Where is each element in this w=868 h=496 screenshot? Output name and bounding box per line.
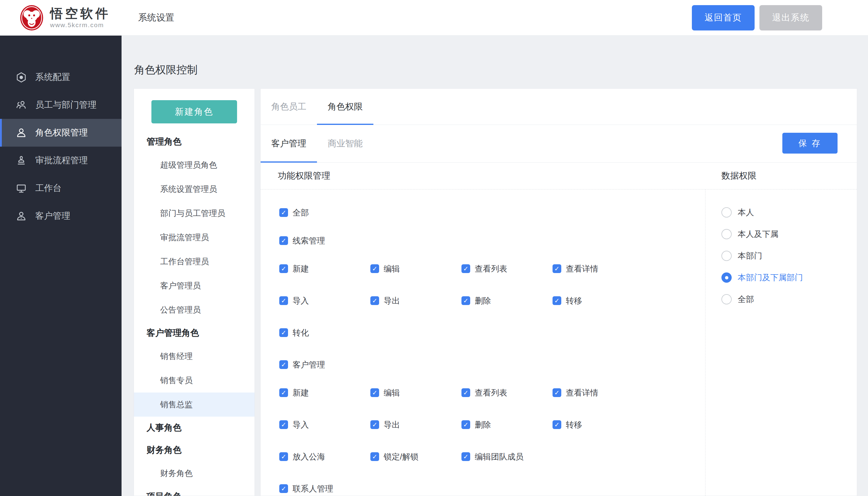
role-item[interactable]: 工作台管理员 <box>134 249 255 274</box>
checkbox-label: 删除 <box>475 419 491 430</box>
permission-cell: ✓锁定/解锁 <box>370 451 461 462</box>
sidebar-item-客户管理[interactable]: 客户管理 <box>0 202 122 230</box>
role-item[interactable]: 销售专员 <box>134 368 255 392</box>
checkbox-checked[interactable]: ✓ <box>279 388 288 397</box>
permission-cell: ✓查看列表 <box>461 263 553 274</box>
checkbox-checked[interactable]: ✓ <box>553 388 561 397</box>
role-item[interactable]: 公告管理员 <box>134 298 255 322</box>
role-item[interactable]: 超级管理员角色 <box>134 153 255 177</box>
permission-row: ✓新建✓编辑✓查看列表✓查看详情 <box>279 378 705 407</box>
checkbox-checked[interactable]: ✓ <box>461 264 470 273</box>
sidebar-item-角色权限管理[interactable]: 角色权限管理 <box>0 119 122 146</box>
checkbox-label: 新建 <box>293 387 309 398</box>
app-root: 悟空软件 www.5kcrm.com 系统设置 返回首页 退出系统 系统配置员工… <box>0 0 868 496</box>
radio-unselected[interactable] <box>722 229 732 239</box>
back-home-button[interactable]: 返回首页 <box>692 5 755 30</box>
checkbox-label: 导入 <box>293 419 309 430</box>
checkbox-checked[interactable]: ✓ <box>553 420 561 429</box>
permission-cell: ✓导入 <box>279 419 370 430</box>
sidebar-item-员工与部门管理[interactable]: 员工与部门管理 <box>0 91 122 119</box>
checkbox-checked[interactable]: ✓ <box>279 484 288 493</box>
permission-section-headers: 功能权限管理 数据权限 <box>261 162 857 189</box>
checkbox-checked[interactable]: ✓ <box>553 264 561 273</box>
checkbox-label: 导出 <box>384 419 400 430</box>
radio-label: 本部门及下属部门 <box>738 272 803 283</box>
checkbox-checked[interactable]: ✓ <box>279 236 288 245</box>
radio-selected[interactable] <box>722 273 732 283</box>
permission-cell: ✓导出 <box>370 419 461 430</box>
role-item-selected[interactable]: 销售总监 <box>134 392 255 417</box>
checkbox-label: 查看列表 <box>475 387 507 398</box>
permission-cell: ✓编辑团队成员 <box>461 451 553 462</box>
role-group-title: 人事角色 <box>134 417 255 439</box>
permission-cell: ✓查看详情 <box>553 263 644 274</box>
save-button[interactable]: 保 存 <box>782 133 838 154</box>
sidebar-item-label: 系统配置 <box>35 71 70 83</box>
customer-icon <box>16 211 27 222</box>
data-permission-option: 本人及下属 <box>722 223 857 245</box>
role-item[interactable]: 系统设置管理员 <box>134 177 255 201</box>
header-actions: 返回首页 退出系统 <box>692 5 822 30</box>
new-role-button[interactable]: 新建角色 <box>152 100 237 123</box>
data-permission-option: 本人 <box>722 202 857 223</box>
sidebar-item-系统配置[interactable]: 系统配置 <box>0 63 122 91</box>
checkbox-checked[interactable]: ✓ <box>279 452 288 461</box>
role-item[interactable]: 部门与员工管理员 <box>134 201 255 226</box>
checkbox-label: 查看详情 <box>566 263 598 274</box>
role-item[interactable]: 客户管理员 <box>134 274 255 298</box>
checkbox-checked[interactable]: ✓ <box>461 420 470 429</box>
permission-row: ✓导入✓导出✓删除✓转移 <box>279 286 705 315</box>
radio-unselected[interactable] <box>722 294 732 305</box>
radio-unselected[interactable] <box>722 251 732 261</box>
permission-row: ✓联系人管理 <box>279 475 705 496</box>
checkbox-label: 删除 <box>475 295 491 306</box>
permission-cell: ✓编辑 <box>370 387 461 398</box>
role-item[interactable]: 审批流管理员 <box>134 226 255 249</box>
role-user-icon <box>16 127 27 139</box>
checkbox-checked[interactable]: ✓ <box>279 328 288 337</box>
permission-row: ✓新建✓编辑✓查看列表✓查看详情 <box>279 254 705 283</box>
permission-row: ✓转化 <box>279 319 705 347</box>
header-section-title: 系统设置 <box>138 12 174 24</box>
sidebar-item-审批流程管理[interactable]: 审批流程管理 <box>0 146 122 174</box>
permission-body: ✓全部✓线索管理✓新建✓编辑✓查看列表✓查看详情✓导入✓导出✓删除✓转移✓转化✓… <box>261 189 857 496</box>
checkbox-checked[interactable]: ✓ <box>370 452 379 461</box>
module-tab-商业智能[interactable]: 商业智能 <box>317 125 373 162</box>
checkbox-checked[interactable]: ✓ <box>370 420 379 429</box>
body-row: 系统配置员工与部门管理角色权限管理审批流程管理工作台客户管理 角色权限控制 新建… <box>0 36 868 496</box>
permission-cell: ✓查看列表 <box>461 387 553 398</box>
checkbox-checked[interactable]: ✓ <box>553 296 561 305</box>
checkbox-label: 线索管理 <box>293 235 325 246</box>
permission-cell: ✓删除 <box>461 295 553 306</box>
checkbox-checked[interactable]: ✓ <box>370 296 379 305</box>
permission-cell: ✓转移 <box>553 419 644 430</box>
sidebar-item-label: 客户管理 <box>35 210 70 222</box>
role-item[interactable]: 财务角色 <box>134 461 255 485</box>
checkbox-checked[interactable]: ✓ <box>279 208 288 217</box>
checkbox-checked[interactable]: ✓ <box>279 420 288 429</box>
permission-cell: ✓删除 <box>461 419 553 430</box>
role-item[interactable]: 销售经理 <box>134 344 255 368</box>
permission-row: ✓线索管理 <box>279 227 705 254</box>
sidebar-item-工作台[interactable]: 工作台 <box>0 174 122 202</box>
radio-unselected[interactable] <box>722 207 732 218</box>
checkbox-checked[interactable]: ✓ <box>279 264 288 273</box>
checkbox-checked[interactable]: ✓ <box>370 388 379 397</box>
checkbox-checked[interactable]: ✓ <box>370 264 379 273</box>
logout-button[interactable]: 退出系统 <box>759 5 822 30</box>
sidebar-item-label: 角色权限管理 <box>35 127 88 139</box>
checkbox-label: 转移 <box>566 419 582 430</box>
checkbox-checked[interactable]: ✓ <box>461 452 470 461</box>
checkbox-label: 导入 <box>293 295 309 306</box>
module-tab-客户管理[interactable]: 客户管理 <box>261 125 317 162</box>
data-permissions-area: 本人本人及下属本部门本部门及下属部门全部 <box>705 189 857 496</box>
checkbox-checked[interactable]: ✓ <box>279 296 288 305</box>
permission-cell: ✓客户管理 <box>279 359 370 370</box>
tab-角色权限[interactable]: 角色权限 <box>317 89 373 125</box>
checkbox-checked[interactable]: ✓ <box>461 388 470 397</box>
data-permissions-title: 数据权限 <box>705 162 857 189</box>
checkbox-checked[interactable]: ✓ <box>461 296 470 305</box>
checkbox-label: 编辑团队成员 <box>475 451 524 462</box>
checkbox-checked[interactable]: ✓ <box>279 360 288 369</box>
tab-角色员工[interactable]: 角色员工 <box>261 89 317 125</box>
